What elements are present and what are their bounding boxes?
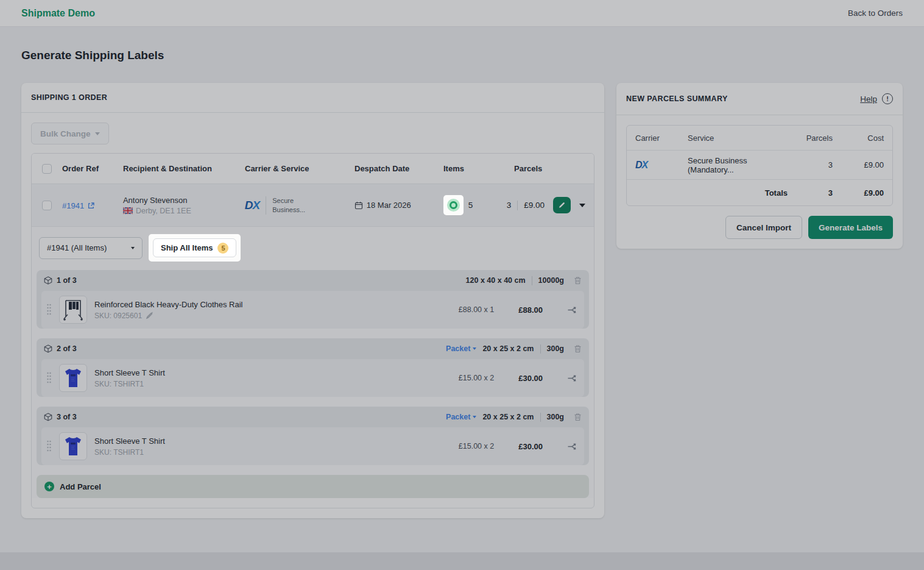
recipient-name: Antony Stevenson (123, 196, 245, 205)
bulk-change-button[interactable]: Bulk Change (31, 123, 109, 144)
orders-table-header: Order Ref Recipient & Destination Carrie… (32, 154, 594, 184)
pencil-icon (558, 201, 566, 209)
add-parcel-button[interactable]: + Add Parcel (37, 475, 589, 498)
item-total: £30.00 (518, 374, 543, 383)
parcel-weight: 10000g (538, 276, 564, 285)
summary-header-carrier: Carrier (635, 134, 688, 143)
divider (540, 344, 541, 354)
item-unit-price: £15.00 x 2 (459, 442, 494, 451)
item-unit-price: £15.00 x 2 (459, 374, 494, 382)
item-name: Short Sleeve T Shirt (94, 436, 451, 446)
item-sku: SKU: TSHIRT1 (94, 448, 144, 457)
add-parcel-label: Add Parcel (60, 482, 101, 491)
totals-parcels: 3 (788, 188, 833, 198)
item-total: £88.00 (518, 305, 543, 315)
external-link-icon (87, 202, 95, 210)
package-icon (44, 413, 52, 421)
drag-handle[interactable] (46, 440, 52, 453)
ship-all-items-button[interactable]: Ship All Items 5 (153, 238, 236, 257)
chevron-down-icon (473, 347, 476, 350)
shipping-panel-header: SHIPPING 1 ORDER (21, 83, 604, 113)
ship-all-items-spotlight: Ship All Items 5 (149, 234, 241, 262)
summary-parcels-count: 3 (788, 160, 833, 169)
parcel-dimensions: 20 x 25 x 2 cm (482, 344, 534, 353)
item-total: £30.00 (518, 442, 543, 451)
order-expanded-area: #1941 (All Items) Ship All Items 5 (32, 227, 594, 498)
order-ref-link[interactable]: #1941 (62, 201, 95, 210)
order-ref-text: #1941 (62, 201, 84, 210)
parcel-item-row: Reinforced Black Heavy-Duty Clothes Rail… (41, 291, 584, 329)
order-cost: £9.00 (524, 201, 545, 210)
packet-type-link[interactable]: Packet (446, 413, 476, 421)
trash-icon[interactable] (574, 276, 582, 285)
parcel-group-1: 1 of 3 120 x 40 x 40 cm 10000g (37, 270, 589, 329)
summary-row: DX Secure Business (Mandatory... 3 £9.00 (627, 150, 892, 179)
page-title: Generate Shipping Labels (21, 49, 903, 62)
divider (540, 413, 541, 422)
parcel-item-row: Short Sleeve T Shirt SKU: TSHIRT1 £15.00… (41, 359, 584, 397)
item-sku: SKU: TSHIRT1 (94, 380, 144, 388)
header-parcels: Parcels (507, 164, 594, 173)
service-name: Secure Business... (272, 196, 305, 214)
order-checkbox[interactable] (42, 201, 52, 210)
parcel-dimensions: 20 x 25 x 2 cm (482, 413, 534, 421)
summary-header-service: Service (688, 134, 788, 143)
ship-all-items-badge: 5 (217, 243, 228, 254)
back-to-orders-link[interactable]: Back to Orders (848, 9, 903, 18)
package-icon (44, 344, 52, 353)
order-items-select[interactable]: #1941 (All Items) (39, 237, 143, 259)
item-name: Reinforced Black Heavy-Duty Clothes Rail (94, 300, 451, 309)
dx-carrier-logo: DX (635, 160, 647, 170)
dx-carrier-logo: DX (245, 199, 259, 212)
header-recipient: Recipient & Destination (123, 164, 245, 173)
help-link[interactable]: Help (860, 94, 877, 104)
chevron-down-icon (473, 416, 476, 418)
generate-labels-button[interactable]: Generate Labels (808, 216, 893, 239)
divider (532, 276, 532, 285)
packet-type-link[interactable]: Packet (446, 344, 476, 353)
parcel-group-2: 2 of 3 Packet 20 x 25 x 2 cm 300 (37, 338, 589, 397)
orders-table: Order Ref Recipient & Destination Carrie… (31, 153, 594, 508)
edit-order-button[interactable] (553, 197, 571, 213)
drag-handle[interactable] (46, 303, 52, 316)
shipping-panel-title: SHIPPING 1 ORDER (31, 93, 107, 102)
plus-circle-icon: + (44, 482, 54, 491)
drag-handle[interactable] (46, 371, 52, 385)
edit-disabled-icon (146, 312, 153, 319)
header-carrier: Carrier & Service (245, 164, 354, 173)
items-status-spotlight (443, 195, 464, 215)
divider (266, 196, 266, 215)
split-item-icon[interactable] (567, 442, 577, 451)
split-item-icon[interactable] (567, 374, 577, 383)
trash-icon[interactable] (574, 344, 582, 353)
info-icon[interactable]: ! (882, 93, 893, 104)
parcels-summary-panel: NEW PARCELS SUMMARY Help ! Carrier Servi… (616, 83, 903, 249)
order-items-select-value: #1941 (All Items) (47, 243, 107, 252)
summary-totals-row: Totals 3 £9.00 (627, 179, 892, 205)
split-item-icon[interactable] (567, 305, 577, 315)
order-row: #1941 Antony Stevenson Derby, DE1 1EE (32, 184, 594, 227)
trash-icon[interactable] (574, 413, 582, 421)
recipient-location: Derby, DE1 1EE (136, 207, 191, 215)
parcel-dimensions: 120 x 40 x 40 cm (466, 276, 526, 285)
parcel-index: 3 of 3 (57, 413, 77, 421)
top-bar: Shipmate Demo Back to Orders (0, 0, 924, 27)
product-image-t-shirt (59, 432, 87, 460)
cancel-import-button[interactable]: Cancel Import (725, 216, 802, 239)
summary-table-header: Carrier Service Parcels Cost (627, 126, 892, 150)
footer-strip (0, 552, 924, 570)
item-sku: SKU: 0925601 (94, 312, 142, 320)
parcel-index: 2 of 3 (57, 344, 77, 353)
uk-flag-icon (123, 207, 133, 214)
select-all-checkbox[interactable] (42, 164, 52, 174)
items-status-icon (447, 199, 460, 212)
parcel-index: 1 of 3 (57, 276, 77, 285)
shipping-panel: SHIPPING 1 ORDER Bulk Change Order Ref R… (21, 83, 604, 518)
header-items: Items (440, 164, 507, 173)
expand-row-caret[interactable] (579, 204, 585, 207)
summary-service: Secure Business (Mandatory... (688, 156, 788, 174)
product-image-t-shirt (59, 364, 87, 392)
app-logo: Shipmate Demo (21, 8, 95, 19)
totals-cost: £9.00 (833, 188, 884, 198)
item-unit-price: £88.00 x 1 (459, 305, 494, 314)
